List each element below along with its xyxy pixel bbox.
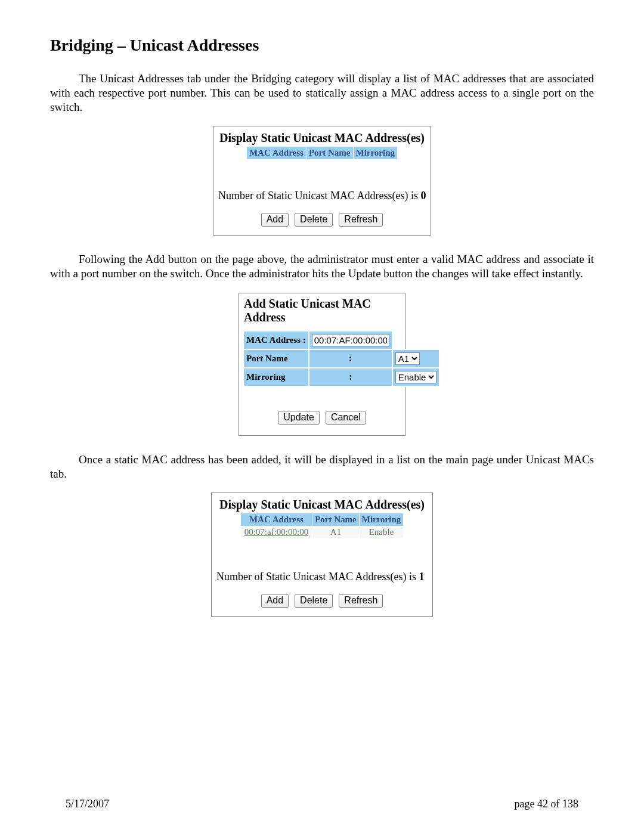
col-mac-address: MAC Address xyxy=(240,513,312,527)
mirroring-select[interactable]: Enable xyxy=(395,371,436,383)
paragraph-3: Once a static MAC address has been added… xyxy=(50,453,594,481)
table-row: 00:07:af:00:00:00 A1 Enable xyxy=(240,527,404,538)
col-port-name: Port Name xyxy=(312,513,360,527)
mirroring-label: Mirroring xyxy=(243,368,309,386)
count-prefix: Number of Static Unicast MAC Address(es)… xyxy=(218,190,420,202)
mac-address-input[interactable] xyxy=(312,334,389,346)
refresh-button[interactable]: Refresh xyxy=(339,213,383,227)
cell-mirror: Enable xyxy=(359,527,404,538)
refresh-button[interactable]: Refresh xyxy=(339,594,383,608)
footer-page: page 42 of 138 xyxy=(515,798,578,810)
count-line-0: Number of Static Unicast MAC Address(es)… xyxy=(218,190,427,202)
add-button[interactable]: Add xyxy=(261,594,289,608)
update-button[interactable]: Update xyxy=(278,411,320,425)
page-title: Bridging – Unicast Addresses xyxy=(50,36,594,55)
panel-display-populated-title: Display Static Unicast MAC Address(es) xyxy=(215,498,429,512)
footer-date: 5/17/2007 xyxy=(66,798,109,810)
count-prefix: Number of Static Unicast MAC Address(es)… xyxy=(216,571,419,583)
count-value: 1 xyxy=(419,571,424,583)
col-mirroring: Mirroring xyxy=(359,513,404,527)
port-name-label: Port Name xyxy=(243,349,309,368)
page-footer: 5/17/2007 page 42 of 138 xyxy=(66,798,578,810)
col-mac-address: MAC Address xyxy=(246,147,306,160)
panel-display-empty: Display Static Unicast MAC Address(es) M… xyxy=(213,126,431,236)
display-empty-header-table: MAC Address Port Name Mirroring xyxy=(246,146,398,160)
add-button[interactable]: Add xyxy=(261,213,289,227)
delete-button[interactable]: Delete xyxy=(295,594,333,608)
paragraph-1: The Unicast Addresses tab under the Brid… xyxy=(50,72,594,114)
cancel-button[interactable]: Cancel xyxy=(326,411,366,425)
paragraph-2: Following the Add button on the page abo… xyxy=(50,252,594,281)
delete-button[interactable]: Delete xyxy=(295,213,333,227)
display-populated-table: MAC Address Port Name Mirroring 00:07:af… xyxy=(240,513,404,538)
panel-add-form: Add Static Unicast MAC Address MAC Addre… xyxy=(239,293,405,436)
col-port-name: Port Name xyxy=(306,147,353,160)
panel-add-title: Add Static Unicast MAC Address xyxy=(244,297,401,324)
count-value: 0 xyxy=(420,190,426,202)
count-line-1: Number of Static Unicast MAC Address(es)… xyxy=(216,571,429,583)
cell-mac[interactable]: 00:07:af:00:00:00 xyxy=(240,527,312,538)
col-mirroring: Mirroring xyxy=(353,147,398,160)
port-name-select[interactable]: A1 xyxy=(395,352,420,365)
mac-address-label: MAC Address : xyxy=(243,331,309,349)
panel-display-populated: Display Static Unicast MAC Address(es) M… xyxy=(211,493,433,617)
panel-display-empty-title: Display Static Unicast MAC Address(es) xyxy=(217,131,427,145)
cell-port: A1 xyxy=(312,527,360,538)
